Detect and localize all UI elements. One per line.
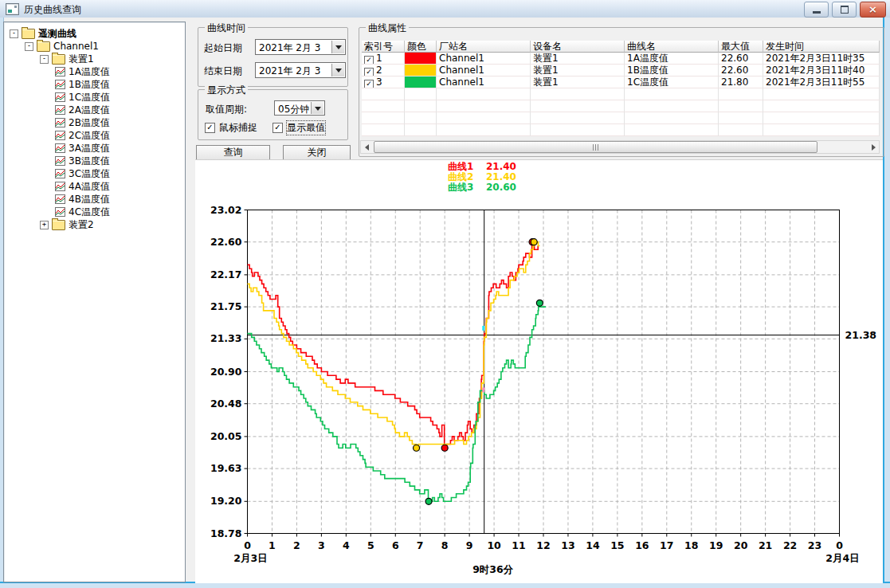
collapse-icon[interactable]: - [25, 42, 33, 51]
end-date-dropdown-button[interactable] [331, 64, 344, 76]
close-button[interactable]: × [860, 2, 886, 18]
curve-props-group-title: 曲线属性 [366, 22, 409, 35]
y-tick-label: 23.02 [210, 204, 242, 216]
scrollbar-thumb[interactable] [374, 141, 817, 153]
tree-item[interactable]: 2C温度值 [4, 129, 185, 142]
collapse-icon[interactable]: - [40, 55, 49, 64]
x-tick-label: 2 [293, 539, 300, 551]
scroll-right-button[interactable] [867, 141, 879, 153]
x-tick-label: 0 [836, 539, 843, 551]
tree-item[interactable]: 1A温度值 [4, 65, 185, 78]
collapse-icon[interactable]: - [10, 29, 18, 38]
mouse-capture-checkbox[interactable]: ✓ 鼠标捕捉 [205, 121, 257, 135]
tree-item[interactable]: 3C温度值 [4, 167, 185, 180]
curve-icon [55, 182, 65, 191]
column-header[interactable]: 曲线名 [625, 41, 719, 53]
curve-color-swatch [405, 65, 436, 76]
minimize-button[interactable] [804, 2, 829, 18]
checkbox-check-icon[interactable]: ✓ [272, 123, 283, 133]
tree-item[interactable]: -遥测曲线 [4, 27, 185, 40]
curve-曲线2 [248, 242, 540, 449]
row-index-cell[interactable]: ✓3 [362, 76, 405, 88]
row-checkbox[interactable]: ✓ [364, 68, 374, 76]
tree-item[interactable]: 3B温度值 [4, 155, 185, 167]
maximize-button[interactable] [832, 2, 857, 18]
tree-item[interactable]: 4B温度值 [4, 193, 185, 206]
column-header[interactable]: 厂站名 [437, 41, 531, 53]
tree-item[interactable]: 2A温度值 [4, 104, 185, 116]
table-empty-row [362, 124, 880, 136]
scroll-left-button[interactable] [361, 141, 373, 153]
table-row[interactable]: ✓3Channel1装置11C温度值21.802021年2月3日11时55 [362, 76, 880, 88]
station-cell: Channel1 [437, 65, 531, 76]
x-tick-label: 22 [783, 539, 797, 551]
checkbox-check-icon[interactable]: ✓ [205, 123, 215, 133]
empty-cell [531, 124, 625, 136]
period-value: 05分钟 [278, 103, 309, 116]
query-button[interactable]: 查询 [196, 145, 270, 160]
tree-item[interactable]: 1C温度值 [4, 91, 185, 104]
empty-cell [362, 124, 405, 136]
empty-cell [625, 100, 719, 112]
tree-item-label: 装置1 [69, 53, 94, 65]
tree-item[interactable]: -装置1 [4, 53, 185, 65]
curve-icon [55, 143, 65, 153]
row-index-cell[interactable]: ✓1 [362, 53, 405, 65]
tree-item-label: 3B温度值 [69, 155, 110, 167]
x-tick-label: 14 [586, 539, 600, 551]
history-curve-chart[interactable]: 0123456789101112131415161718192021222302… [195, 160, 883, 583]
tree-item[interactable]: 2B温度值 [4, 116, 185, 129]
show-extremes-checkbox[interactable]: ✓ 显示最值 [272, 121, 325, 135]
station-cell: Channel1 [437, 76, 531, 88]
close-dialog-button[interactable]: 关闭 [283, 145, 351, 160]
column-header[interactable]: 索引号 [362, 41, 405, 53]
empty-cell [719, 124, 763, 136]
curve-props-table[interactable]: 索引号颜色厂站名设备名曲线名最大值发生时间✓1Channel1装置11A温度值2… [362, 41, 880, 136]
table-row[interactable]: ✓2Channel1装置11B温度值22.602021年2月3日11时40 [362, 65, 880, 76]
chart-panel: 曲线121.40曲线221.40曲线320.60 012345678910111… [195, 159, 883, 583]
curve-icon [55, 105, 65, 115]
column-header[interactable]: 颜色 [405, 41, 437, 53]
curve-icon [55, 131, 65, 140]
table-hscrollbar[interactable] [360, 140, 880, 154]
app-icon [6, 3, 19, 15]
column-header[interactable]: 设备名 [531, 41, 625, 53]
start-date-dropdown-button[interactable] [331, 41, 344, 53]
row-index-cell[interactable]: ✓2 [362, 65, 405, 76]
tree-item[interactable]: 4C温度值 [4, 206, 185, 218]
empty-cell [437, 112, 531, 124]
empty-cell [763, 88, 880, 100]
station-cell: Channel1 [437, 53, 531, 65]
mouse-capture-label: 鼠标捕捉 [219, 121, 257, 135]
empty-cell [719, 100, 763, 112]
start-date-value: 2021年 2月 3 [259, 41, 320, 55]
row-checkbox[interactable]: ✓ [364, 80, 374, 88]
title-bar[interactable]: 历史曲线查询 × [0, 0, 890, 18]
table-empty-row [362, 112, 880, 124]
tree-item-label: 1C温度值 [69, 91, 110, 104]
tree-item[interactable]: 4A温度值 [4, 180, 185, 193]
table-row[interactable]: ✓1Channel1装置11A温度值22.602021年2月3日11时35 [362, 53, 880, 65]
curve-tree[interactable]: -遥测曲线-Channel1-装置11A温度值1B温度值1C温度值2A温度值2B… [3, 22, 186, 582]
show-extremes-label: 显示最值 [287, 121, 325, 135]
y-tick-label: 20.90 [210, 366, 242, 378]
x-tick-label: 19 [709, 539, 723, 551]
column-header[interactable]: 最大值 [719, 41, 763, 53]
tree-item-label: 装置2 [69, 218, 94, 231]
period-select[interactable]: 05分钟 [274, 100, 325, 116]
end-date-select[interactable]: 2021年 2月 3 [255, 62, 346, 78]
period-dropdown-button[interactable] [311, 102, 323, 114]
tree-item[interactable]: +装置2 [4, 218, 185, 231]
empty-cell [625, 112, 719, 124]
thumb-grip-icon [593, 144, 599, 151]
start-date-select[interactable]: 2021年 2月 3 [255, 39, 346, 55]
tree-item-label: 遥测曲线 [38, 27, 76, 40]
row-checkbox[interactable]: ✓ [364, 56, 374, 65]
x-tick-label: 8 [441, 539, 449, 551]
tree-item-label: Channel1 [53, 40, 99, 53]
tree-item[interactable]: 1B温度值 [4, 78, 185, 91]
column-header[interactable]: 发生时间 [763, 41, 880, 53]
expand-icon[interactable]: + [40, 221, 49, 229]
tree-item[interactable]: -Channel1 [4, 40, 185, 53]
tree-item[interactable]: 3A温度值 [4, 142, 185, 155]
